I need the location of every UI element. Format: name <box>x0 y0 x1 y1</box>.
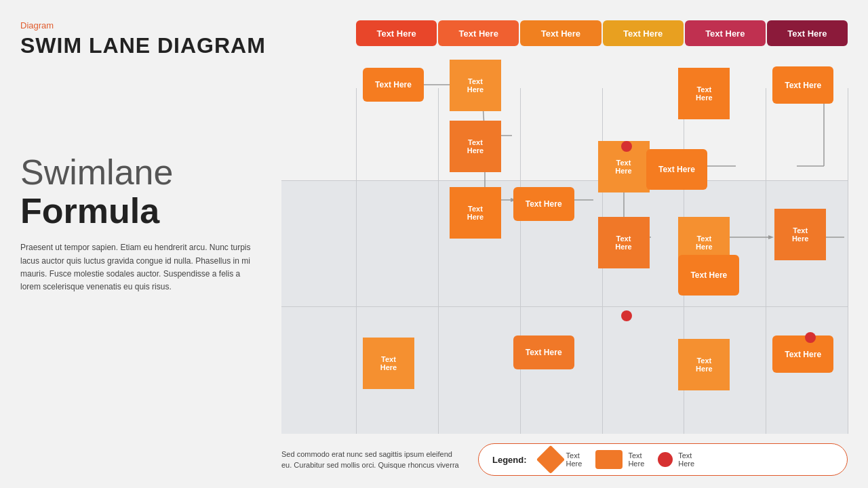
legend-text-left: Sed commodo erat nunc sed sagittis ipsum… <box>281 449 465 471</box>
shape-s7: Text Here <box>513 336 574 369</box>
shape-col6-row2: TextHere <box>774 209 826 260</box>
tab-3[interactable]: Text Here <box>520 20 601 46</box>
shape-s1: Text Here <box>363 68 424 102</box>
legend-dot-icon <box>658 452 673 467</box>
shape-s10: Text Here <box>678 255 739 296</box>
dot-s8 <box>621 141 632 152</box>
diagram-area: Text Here Text Here Text Here Text Here … <box>281 20 848 434</box>
legend-box: Legend: TextHere TextHere TextHere <box>478 443 848 476</box>
tab-2[interactable]: Text Here <box>438 20 519 46</box>
vdivider-5 <box>766 88 766 434</box>
vdivider-1 <box>438 88 439 434</box>
shape-s5: Text Here <box>513 187 574 221</box>
page: Diagram SWIM LANE DIAGRAM Swimlane Formu… <box>0 0 868 488</box>
legend-rect-label: TextHere <box>628 451 644 468</box>
legend-rect-icon <box>595 450 623 469</box>
tab-6[interactable]: Text Here <box>767 20 848 46</box>
vdivider-0 <box>356 88 357 434</box>
legend-dot-label: TextHere <box>678 451 694 468</box>
shape-s4: TextHere <box>450 187 501 239</box>
left-panel: Diagram SWIM LANE DIAGRAM Swimlane Formu… <box>20 20 285 293</box>
diagram-label: Diagram <box>20 20 285 30</box>
shape-s11: TextHere <box>598 217 650 268</box>
shape-col5-row3: TextHere <box>678 339 730 390</box>
shape-col6-row1: Text Here <box>772 66 833 104</box>
tab-5[interactable]: Text Here <box>685 20 766 46</box>
shape-col5-row1: TextHere <box>678 68 730 119</box>
legend-item-dot: TextHere <box>658 451 694 468</box>
tabs-row: Text Here Text Here Text Here Text Here … <box>356 20 848 46</box>
shape-col1-row3: TextHere <box>363 338 414 389</box>
legend-label: Legend: <box>492 455 527 465</box>
dot-s11 <box>621 310 632 321</box>
legend-bar: Sed commodo erat nunc sed sagittis ipsum… <box>281 443 848 476</box>
tab-4[interactable]: Text Here <box>603 20 684 46</box>
legend-diamond-label: TextHere <box>566 451 583 468</box>
formula-title: Formula <box>20 192 285 230</box>
description: Praesent ut tempor sapien. Etiam eu hend… <box>20 241 251 293</box>
shape-s3: TextHere <box>450 121 501 172</box>
shape-s2: TextHere <box>450 60 501 111</box>
tab-1[interactable]: Text Here <box>356 20 437 46</box>
vdivider-2 <box>520 88 521 434</box>
main-title: SWIM LANE DIAGRAM <box>20 33 285 58</box>
vdivider-6 <box>848 88 848 434</box>
shape-col6-row3: Text Here <box>772 336 833 373</box>
legend-diamond-icon <box>536 445 564 474</box>
shape-s6: Text Here <box>646 149 707 190</box>
swimlane-title: Swimlane <box>20 153 285 192</box>
legend-item-rect: TextHere <box>595 450 644 469</box>
legend-item-diamond: TextHere <box>540 449 583 470</box>
